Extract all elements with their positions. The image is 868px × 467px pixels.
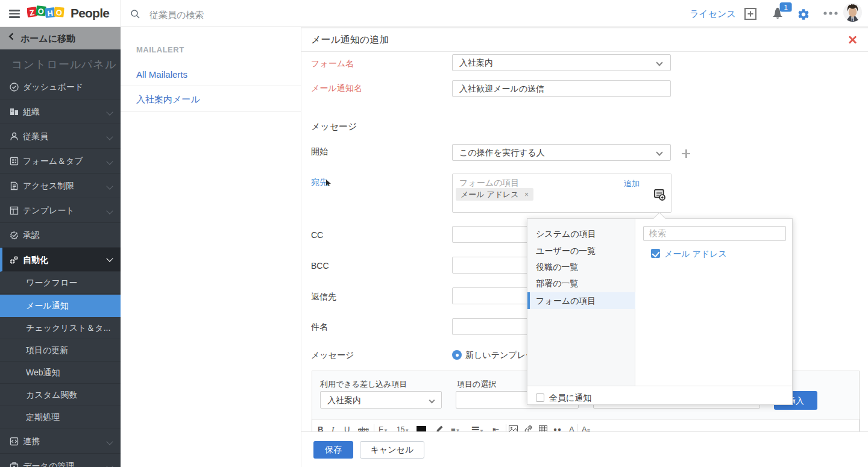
svg-text:O: O xyxy=(55,8,62,17)
svg-text:H: H xyxy=(47,8,54,18)
svg-text:1: 1 xyxy=(784,4,787,11)
svg-text:O: O xyxy=(37,7,45,16)
